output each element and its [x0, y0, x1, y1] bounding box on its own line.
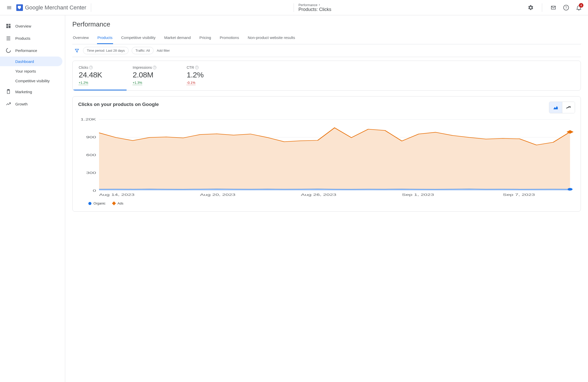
help-icon[interactable]: ? — [89, 66, 93, 69]
mail-button[interactable] — [547, 2, 559, 14]
sidebar-item-label: Products — [15, 36, 30, 40]
chart-type-toggle — [549, 102, 575, 113]
clipboard-icon — [6, 89, 11, 94]
filter-icon[interactable] — [74, 48, 80, 54]
header-divider — [91, 3, 91, 12]
svg-text:Aug 20, 2023: Aug 20, 2023 — [200, 193, 235, 197]
metric-impressions[interactable]: Impressions ? 2.08M +1.3% — [127, 61, 181, 90]
filter-chip-traffic[interactable]: Traffic: All — [132, 47, 154, 54]
sidebar-sub-dashboard[interactable]: Dashboard — [0, 57, 62, 66]
svg-point-18 — [568, 188, 573, 190]
help-icon: ? — [563, 5, 569, 11]
tab-market-demand[interactable]: Market demand — [164, 33, 191, 44]
sidebar-item-growth[interactable]: Growth — [0, 98, 65, 110]
help-icon[interactable]: ? — [153, 66, 156, 69]
metric-ctr[interactable]: CTR ? 1.2% -0.1% — [181, 61, 235, 90]
sidebar: Overview Products Performance Dashboard … — [0, 15, 65, 382]
tab-competitive-visibility[interactable]: Competitive visibility — [121, 33, 156, 44]
main-content: Performance Overview Products Competitiv… — [65, 15, 588, 382]
settings-button[interactable] — [525, 2, 537, 14]
svg-point-2 — [6, 48, 11, 53]
svg-text:300: 300 — [86, 171, 96, 175]
chart-toggle-line[interactable] — [562, 102, 575, 113]
chart-legend: Organic Ads — [78, 199, 575, 206]
notification-badge: 4 — [579, 3, 583, 8]
tab-overview[interactable]: Overview — [72, 33, 89, 44]
help-button[interactable]: ? — [560, 2, 572, 14]
svg-text:Sep 7, 2023: Sep 7, 2023 — [503, 193, 535, 197]
add-filter-button[interactable]: Add filter — [157, 49, 170, 52]
sidebar-item-products[interactable]: Products — [0, 32, 65, 44]
tab-promotions[interactable]: Promotions — [219, 33, 240, 44]
sidebar-item-performance[interactable]: Performance — [0, 44, 65, 57]
tab-pricing[interactable]: Pricing — [199, 33, 212, 44]
gear-icon — [528, 5, 534, 11]
svg-text:0: 0 — [93, 189, 96, 193]
legend-marker-diamond — [112, 201, 116, 206]
area-chart-icon — [553, 105, 558, 110]
sidebar-sub-label: Competitive visibility — [15, 79, 50, 83]
logo-text: Google Merchant Center — [25, 4, 86, 11]
sidebar-sub-competitive-visibility[interactable]: Competitive visibility — [0, 76, 62, 86]
page-title: Performance — [72, 20, 581, 28]
legend-label: Organic — [93, 201, 105, 205]
main-menu-button[interactable] — [3, 2, 15, 14]
tab-non-product-website-results[interactable]: Non-product website results — [247, 33, 296, 44]
help-icon[interactable]: ? — [195, 66, 199, 69]
mail-icon — [550, 5, 556, 11]
svg-text:Aug 26, 2023: Aug 26, 2023 — [301, 193, 336, 197]
svg-text:Aug 14, 2023: Aug 14, 2023 — [99, 193, 134, 197]
header-actions: ? 4 — [525, 2, 585, 14]
legend-organic[interactable]: Organic — [88, 201, 105, 205]
logo[interactable]: Google Merchant Center — [16, 4, 86, 11]
chart-toggle-area[interactable] — [549, 102, 562, 113]
metrics-card: Clicks ? 24.48K +1.2% Impressions ? 2.08… — [72, 61, 581, 91]
legend-ads[interactable]: Ads — [113, 201, 123, 205]
legend-marker-circle — [88, 202, 91, 205]
svg-text:?: ? — [565, 6, 567, 10]
sidebar-sub-your-reports[interactable]: Your reports — [0, 66, 62, 76]
sidebar-item-label: Marketing — [15, 90, 32, 94]
list-icon — [6, 35, 11, 41]
metric-label: Impressions ? — [133, 65, 174, 70]
svg-text:600: 600 — [86, 153, 96, 157]
filter-chip-time-period[interactable]: Time period: Last 28 days — [83, 47, 129, 54]
svg-text:900: 900 — [86, 135, 96, 139]
metric-value: 2.08M — [133, 71, 174, 79]
chart-area: 03006009001.20KAug 14, 2023Aug 20, 2023A… — [78, 117, 575, 206]
metric-delta: +1.2% — [79, 81, 88, 85]
tabbar: Overview Products Competitive visibility… — [72, 33, 581, 44]
breadcrumb-top: Performance — [298, 3, 317, 7]
chart-card: Clicks on your products on Google 030060… — [72, 96, 581, 212]
multiline-chart-icon — [566, 105, 571, 110]
sidebar-item-label: Performance — [15, 48, 37, 53]
merchant-center-logo-icon — [16, 4, 23, 11]
hamburger-icon — [6, 5, 12, 10]
tab-products[interactable]: Products — [97, 33, 113, 44]
metric-value: 1.2% — [187, 71, 228, 79]
sidebar-item-overview[interactable]: Overview — [0, 20, 65, 32]
legend-label: Ads — [117, 201, 123, 205]
filter-row: Time period: Last 28 days Traffic: All A… — [72, 44, 581, 57]
chart-svg: 03006009001.20KAug 14, 2023Aug 20, 2023A… — [78, 117, 575, 198]
header-divider — [542, 3, 542, 12]
donut-icon — [6, 48, 11, 53]
breadcrumb[interactable]: Performance Products: Clicks — [298, 3, 331, 12]
sidebar-item-label: Growth — [15, 102, 28, 106]
dashboard-icon — [6, 23, 11, 29]
global-header: Google Merchant Center Performance Produ… — [0, 0, 588, 15]
metric-value: 24.48K — [79, 71, 120, 79]
svg-text:1.20K: 1.20K — [80, 118, 96, 121]
sidebar-item-marketing[interactable]: Marketing — [0, 86, 65, 98]
sidebar-sub-label: Your reports — [15, 69, 36, 73]
metric-clicks[interactable]: Clicks ? 24.48K +1.2% — [73, 61, 127, 90]
sidebar-item-label: Overview — [15, 24, 31, 28]
chart-title: Clicks on your products on Google — [78, 102, 159, 107]
metric-delta: -0.1% — [187, 81, 195, 85]
trending-up-icon — [6, 101, 11, 107]
metric-delta: +1.3% — [133, 81, 142, 85]
notifications-button[interactable]: 4 — [573, 2, 585, 14]
chevron-right-icon — [318, 3, 321, 6]
svg-text:Sep 1, 2023: Sep 1, 2023 — [402, 193, 434, 197]
metric-label: CTR ? — [187, 65, 228, 70]
